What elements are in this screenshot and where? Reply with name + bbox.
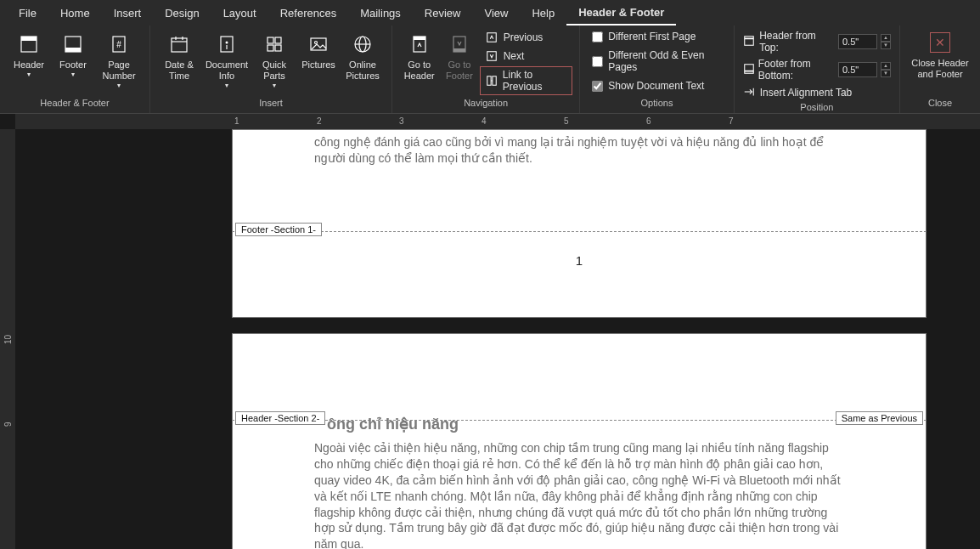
calendar-icon: [167, 32, 191, 56]
footer-separator: [232, 231, 926, 232]
checkbox-icon[interactable]: [592, 56, 603, 67]
tab-insert[interactable]: Insert: [102, 2, 154, 25]
goto-header-icon: [408, 32, 431, 56]
group-options: Different First Page Different Odd & Eve…: [580, 25, 735, 113]
tab-header-footer[interactable]: Header & Footer: [566, 1, 676, 25]
document-canvas: 1 2 3 4 5 6 7 9 10 công nghệ đánh giá ca…: [0, 114, 980, 549]
goto-header-button[interactable]: Go to Header: [399, 29, 439, 85]
page-number: 1: [232, 252, 926, 269]
picture-icon: [307, 32, 330, 56]
svg-rect-13: [268, 37, 273, 43]
next-label: Next: [504, 50, 525, 62]
footer-from-bottom-icon: [743, 63, 755, 76]
header-label: Header: [14, 59, 44, 71]
fromtop-label: Header from Top:: [759, 30, 835, 54]
header-from-top-row: Header from Top: ▲▼: [741, 29, 893, 54]
online-pictures-button[interactable]: Online Pictures: [341, 29, 385, 85]
close-header-footer-button[interactable]: ✕ Close Header and Footer: [907, 29, 973, 83]
tab-file[interactable]: File: [7, 2, 48, 25]
previous-button[interactable]: Previous: [480, 29, 573, 46]
spinner[interactable]: ▲▼: [881, 62, 891, 77]
gotoheader-label: Go to Header: [404, 59, 435, 82]
header-button[interactable]: Header ▾: [7, 29, 51, 82]
previous-icon: [485, 31, 498, 44]
footer-label: Footer: [59, 59, 87, 71]
svg-rect-31: [745, 37, 754, 46]
group-label-insert: Insert: [157, 96, 385, 111]
tab-mailings[interactable]: Mailings: [348, 2, 413, 25]
chevron-down-icon: ▾: [273, 82, 276, 89]
show-document-text-checkbox[interactable]: Show Document Text: [587, 78, 727, 93]
ruler-mark: 1: [234, 116, 239, 126]
showdoc-label: Show Document Text: [608, 80, 704, 92]
group-label-options: Options: [587, 96, 727, 111]
link-to-previous-button[interactable]: Link to Previous: [480, 66, 573, 95]
quick-parts-button[interactable]: Quick Parts ▾: [252, 29, 296, 93]
goto-footer-button[interactable]: Go to Footer: [439, 29, 479, 85]
online-picture-icon: [351, 32, 375, 56]
tab-help[interactable]: Help: [520, 2, 566, 25]
svg-point-11: [226, 42, 228, 44]
footer-from-bottom-input[interactable]: [838, 62, 877, 77]
different-first-page-checkbox[interactable]: Different First Page: [587, 29, 727, 44]
svg-rect-10: [221, 37, 233, 52]
page-1: công nghệ đánh giá cao cũng bởi vì mang …: [232, 129, 926, 318]
gotofooter-label: Go to Footer: [446, 59, 473, 82]
spinner-down-icon[interactable]: ▼: [881, 42, 891, 49]
spinner-up-icon[interactable]: ▲: [881, 34, 891, 42]
svg-rect-14: [275, 37, 281, 43]
quick-parts-icon: [262, 32, 286, 56]
group-label-nav: Navigation: [399, 96, 572, 111]
datetime-button[interactable]: Date & Time: [157, 29, 201, 85]
svg-rect-27: [487, 52, 496, 61]
spinner-up-icon[interactable]: ▲: [881, 62, 891, 70]
ruler-mark: 10: [3, 335, 13, 344]
checkbox-icon[interactable]: [592, 31, 603, 42]
document-info-button[interactable]: Document Info ▾: [201, 29, 252, 93]
datetime-label: Date & Time: [165, 59, 194, 82]
next-button[interactable]: Next: [480, 48, 573, 65]
svg-point-18: [315, 42, 318, 44]
tab-design[interactable]: Design: [153, 2, 211, 25]
different-odd-even-checkbox[interactable]: Different Odd & Even Pages: [587, 48, 727, 75]
svg-rect-1: [21, 37, 37, 41]
page-2: Header -Section 2- Same as Previous ông …: [232, 333, 926, 549]
svg-rect-16: [275, 45, 281, 51]
ruler-mark: 3: [399, 116, 404, 126]
tab-layout[interactable]: Layout: [211, 2, 268, 25]
group-insert: Date & Time Document Info ▾ Quick Parts …: [150, 25, 392, 113]
ruler-mark: 4: [482, 116, 487, 126]
ruler-mark: 5: [564, 116, 569, 126]
tab-review[interactable]: Review: [413, 2, 473, 25]
footer-from-bottom-row: Footer from Bottom: ▲▼: [741, 57, 893, 82]
document-info-icon: [215, 32, 239, 56]
ribbon: Header ▾ Footer ▾ # Page Number ▾ Header…: [0, 25, 980, 114]
page-number-button[interactable]: # Page Number ▾: [95, 29, 143, 93]
pictures-label: Pictures: [301, 59, 335, 71]
footer-section-tag: Footer -Section 1-: [235, 223, 322, 236]
header-from-top-input[interactable]: [838, 34, 877, 49]
page-number-icon: #: [107, 32, 131, 56]
chevron-down-icon: ▾: [71, 71, 75, 78]
tab-references[interactable]: References: [268, 2, 348, 25]
footer-button[interactable]: Footer ▾: [51, 29, 95, 82]
header-from-top-icon: [743, 35, 756, 48]
vertical-ruler[interactable]: 9 10: [0, 129, 15, 549]
link-to-previous-icon: [486, 74, 498, 88]
pictures-button[interactable]: Pictures: [296, 29, 341, 74]
insert-alignment-tab-button[interactable]: Insert Alignment Tab: [741, 85, 893, 100]
ruler-mark: 2: [317, 116, 322, 126]
alignment-tab-icon: [743, 86, 757, 99]
horizontal-ruler[interactable]: 1 2 3 4 5 6 7: [15, 114, 980, 129]
tab-view[interactable]: View: [472, 2, 520, 25]
quickparts-label: Quick Parts: [262, 59, 286, 82]
linkprev-label: Link to Previous: [503, 69, 566, 93]
next-icon: [485, 49, 498, 63]
footer-icon: [61, 32, 85, 56]
previous-label: Previous: [504, 31, 544, 43]
page-area[interactable]: công nghệ đánh giá cao cũng bởi vì mang …: [15, 129, 980, 549]
spinner-down-icon[interactable]: ▼: [881, 70, 891, 77]
tab-home[interactable]: Home: [48, 2, 102, 25]
spinner[interactable]: ▲▼: [881, 34, 891, 49]
checkbox-icon[interactable]: [592, 81, 603, 92]
